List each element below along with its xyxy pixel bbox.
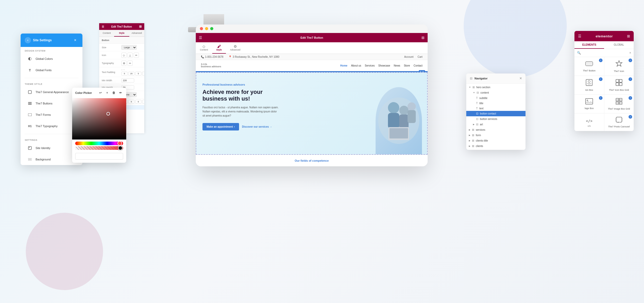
elementor-grid-icon[interactable]: ⊞	[421, 36, 425, 40]
padding-bottom[interactable]	[135, 72, 141, 76]
widget-grid: 7 The7 Button 7 The7 Icon	[574, 57, 634, 131]
box-widget-icon	[586, 79, 593, 88]
delete-color-button[interactable]: 🗑	[111, 90, 116, 95]
search-clear-button[interactable]: ×	[629, 51, 631, 55]
nav-store[interactable]: Store	[404, 64, 410, 67]
icon-btn-2[interactable]: △	[128, 53, 133, 58]
nav-showcase[interactable]: Showcase	[378, 64, 390, 67]
advanced-tab-small[interactable]: Advanced	[129, 30, 144, 37]
hue-slider[interactable]	[75, 142, 123, 145]
nav-subtitle[interactable]: T subtitle	[466, 95, 526, 101]
edit-color-button[interactable]: ✏	[118, 90, 123, 95]
nav-contact[interactable]: Contact	[414, 64, 422, 67]
navigator-close-button[interactable]: ×	[520, 76, 522, 81]
content-tab-small[interactable]: Content	[99, 30, 114, 37]
nav-clients-title-section[interactable]: ▶ ⊞ clients-title	[466, 138, 526, 143]
elementor-menu-icon[interactable]: ☰	[578, 34, 581, 38]
global-colors-item[interactable]: Global Colors	[23, 53, 80, 64]
alpha-thumb[interactable]	[118, 146, 123, 150]
content-tab[interactable]: ◇ Content	[196, 42, 212, 54]
hero-text: Faucibus orci luctus - ut pharetra augue…	[202, 105, 280, 118]
background-item[interactable]: Background	[23, 154, 80, 165]
code-widget[interactable]: </> </>	[574, 113, 604, 131]
elementor-topbar: ☰ Edit The7 Button ⊞	[196, 33, 428, 42]
style-panel-title: Edit The7 Button	[104, 25, 139, 28]
advanced-tab[interactable]: ⚙ Advanced	[226, 42, 244, 54]
color-gradient-area[interactable]	[72, 98, 126, 140]
cart-link[interactable]: Cart	[418, 55, 422, 58]
svg-rect-4	[399, 114, 409, 129]
nav-hero-section[interactable]: ▼ ⊞ hero section	[466, 85, 526, 90]
elementor-hamburger-icon[interactable]: ☰	[199, 36, 202, 40]
window-dot-maximize[interactable]	[210, 27, 213, 30]
search-input[interactable]: The7	[582, 52, 628, 54]
make-appointment-button[interactable]: Make an appointment ›	[202, 123, 239, 130]
radius-br[interactable]	[135, 100, 141, 104]
settings-close-button[interactable]: ×	[72, 37, 78, 43]
undo-button[interactable]: ↩	[98, 90, 103, 95]
radius-tr[interactable]	[128, 100, 134, 104]
alpha-slider[interactable]	[75, 146, 123, 150]
background-icon	[27, 156, 33, 162]
site-identity-item[interactable]: Site Identity	[23, 142, 80, 154]
style-tab[interactable]: 🖌 Style	[212, 42, 226, 54]
padding-top[interactable]	[121, 72, 128, 76]
image-box-widget[interactable]: 7 lage Box	[574, 95, 604, 113]
hue-thumb[interactable]	[117, 141, 122, 146]
nav-services[interactable]: Services	[365, 64, 375, 67]
nav-text[interactable]: T text	[466, 106, 526, 111]
nav-home[interactable]: Home	[340, 64, 348, 67]
style-tab-small[interactable]: Style	[114, 30, 129, 37]
nav-about[interactable]: About us	[351, 64, 361, 67]
nav-art[interactable]: ▶ ⊟ art	[466, 122, 526, 127]
typography-btn-1[interactable]: ⚙	[121, 61, 126, 66]
image-box-label: lage Box	[585, 107, 594, 110]
global-colors-icon	[27, 56, 33, 62]
nav-news[interactable]: News	[394, 64, 400, 67]
code-text-icon: </>	[586, 119, 592, 123]
text-padding-row: Text Padding ↕ ↔	[99, 67, 144, 77]
buttons-item[interactable]: The7 Buttons	[23, 98, 80, 109]
nav-title[interactable]: T title	[466, 101, 526, 106]
min-width-input[interactable]	[121, 78, 134, 83]
color-cursor[interactable]	[106, 112, 110, 116]
nav-clients-section[interactable]: ▶ ⊞ clients	[466, 143, 526, 149]
typography-btn-2[interactable]: ✏	[128, 61, 133, 66]
forms-item[interactable]: The7 Forms	[23, 109, 80, 120]
scene: ☰ Edit The7 Button ⊞ ◇ Content 🖌 Style ⚙…	[0, 0, 644, 303]
nav-content[interactable]: ▼ ⊟ content	[466, 90, 526, 95]
the7-button-widget[interactable]: 7 The7 Button	[574, 57, 604, 76]
window-dot-minimize[interactable]	[205, 27, 208, 30]
grid-icon[interactable]: ⊞	[139, 25, 142, 28]
back-button[interactable]: ‹	[25, 37, 31, 43]
typography-item[interactable]: H1 The7 Typography	[23, 120, 80, 132]
elementor-apps-icon[interactable]: ⊞	[627, 34, 630, 38]
add-color-button[interactable]: +	[105, 90, 110, 95]
the7-icon-box-grid-widget[interactable]: 7 The7 Icon Box Grid	[604, 76, 634, 94]
chevron-icon: ▶	[469, 140, 470, 142]
padding-right[interactable]	[128, 72, 134, 76]
hamburger-icon[interactable]: ☰	[102, 25, 104, 28]
global-fonts-item[interactable]: T Global Fonts	[23, 64, 80, 76]
the7-posts-carousel-widget[interactable]: 7 The7 Posts Carousel	[604, 113, 634, 131]
chevron-icon: ▼	[469, 86, 471, 88]
the7-icon-widget[interactable]: 7 The7 Icon	[604, 57, 634, 76]
nav-form-section[interactable]: ▶ ⊞ form	[466, 133, 526, 138]
global-tab[interactable]: GLOBAL	[604, 41, 634, 49]
icon-btn-3[interactable]: ✏	[134, 53, 139, 58]
window-dot-close[interactable]	[200, 27, 203, 30]
general-appearance-item[interactable]: The7 General Appearance	[23, 86, 80, 98]
icon-btn-1[interactable]: ◇	[121, 53, 126, 58]
elements-tab[interactable]: ELEMENTS	[574, 41, 604, 49]
the7-image-box-grid-widget[interactable]: 7 The7 Image Box Grid	[604, 95, 634, 113]
nav-button-contact[interactable]: ⊡ button contact	[466, 111, 526, 116]
icon-box-widget[interactable]: 7 Ion Box	[574, 76, 604, 94]
account-link[interactable]: Account	[404, 55, 413, 58]
nav-services-section[interactable]: ▶ ⊞ services	[466, 127, 526, 133]
nav-button-services[interactable]: ⊡ button services	[466, 116, 526, 122]
padding-left[interactable]	[142, 72, 144, 76]
hex-input[interactable]: #EC407A	[75, 153, 123, 160]
radius-bl[interactable]	[142, 100, 144, 104]
discover-services-link[interactable]: Discover our services →	[242, 125, 272, 128]
size-select[interactable]: Large	[121, 45, 137, 50]
